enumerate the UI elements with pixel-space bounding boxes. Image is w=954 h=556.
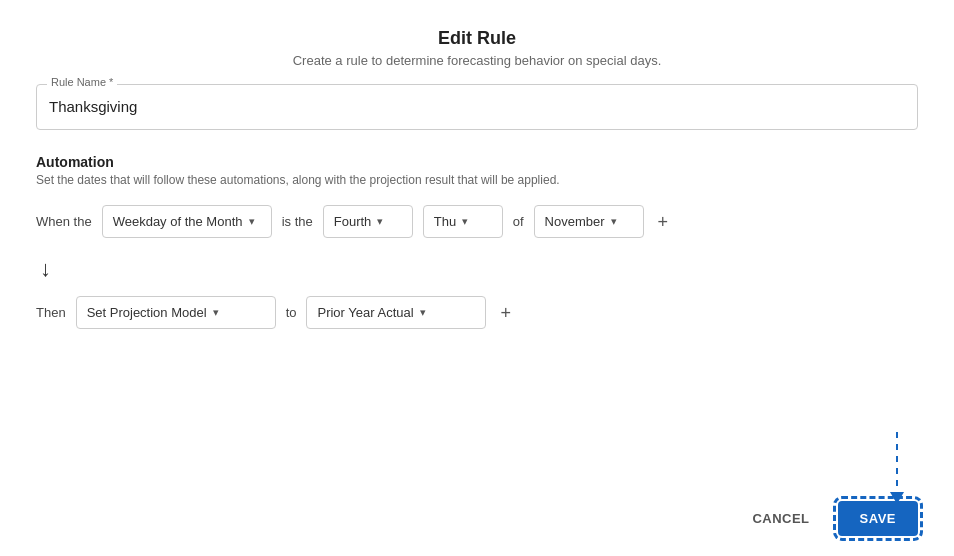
- november-dropdown[interactable]: November ▾: [534, 205, 644, 238]
- automation-subtitle: Set the dates that will follow these aut…: [36, 173, 918, 187]
- then-plus-button[interactable]: +: [496, 300, 515, 326]
- page-container: Edit Rule Create a rule to determine for…: [0, 0, 954, 556]
- rule-name-label: Rule Name *: [47, 76, 117, 88]
- then-label: Then: [36, 305, 66, 320]
- thu-dropdown[interactable]: Thu ▾: [423, 205, 503, 238]
- thu-chevron-icon: ▾: [462, 215, 468, 228]
- november-chevron-icon: ▾: [611, 215, 617, 228]
- is-the-label: is the: [282, 214, 313, 229]
- then-row: Then Set Projection Model ▾ to Prior Yea…: [36, 296, 918, 329]
- when-row: When the Weekday of the Month ▾ is the F…: [36, 205, 918, 238]
- november-dropdown-text: November: [545, 214, 605, 229]
- fourth-chevron-icon: ▾: [377, 215, 383, 228]
- thu-dropdown-text: Thu: [434, 214, 456, 229]
- dashed-line: [896, 432, 898, 492]
- page-title: Edit Rule: [36, 28, 918, 49]
- fourth-dropdown[interactable]: Fourth ▾: [323, 205, 413, 238]
- to-label: to: [286, 305, 297, 320]
- of-label: of: [513, 214, 524, 229]
- when-plus-button[interactable]: +: [654, 209, 673, 235]
- when-label: When the: [36, 214, 92, 229]
- rule-name-field[interactable]: Rule Name * Thanksgiving: [36, 84, 918, 130]
- projection-dropdown-text: Set Projection Model: [87, 305, 207, 320]
- rule-name-value: Thanksgiving: [49, 93, 905, 121]
- automation-title: Automation: [36, 154, 918, 170]
- weekday-chevron-icon: ▾: [249, 215, 255, 228]
- header: Edit Rule Create a rule to determine for…: [36, 28, 918, 68]
- page-subtitle: Create a rule to determine forecasting b…: [36, 53, 918, 68]
- weekday-dropdown-text: Weekday of the Month: [113, 214, 243, 229]
- rule-name-section: Rule Name * Thanksgiving: [36, 84, 918, 130]
- dashed-arrow-decoration: [890, 432, 904, 504]
- weekday-dropdown[interactable]: Weekday of the Month ▾: [102, 205, 272, 238]
- prior-dropdown-text: Prior Year Actual: [317, 305, 413, 320]
- cancel-button[interactable]: CANCEL: [740, 503, 821, 534]
- projection-dropdown[interactable]: Set Projection Model ▾: [76, 296, 276, 329]
- footer: CANCEL SAVE: [740, 501, 918, 536]
- down-arrow-icon: ↓: [40, 256, 51, 281]
- prior-chevron-icon: ▾: [420, 306, 426, 319]
- projection-chevron-icon: ▾: [213, 306, 219, 319]
- save-button[interactable]: SAVE: [838, 501, 918, 536]
- down-arrow-section: ↓: [36, 256, 918, 282]
- prior-dropdown[interactable]: Prior Year Actual ▾: [306, 296, 486, 329]
- automation-section: Automation Set the dates that will follo…: [36, 154, 918, 329]
- fourth-dropdown-text: Fourth: [334, 214, 372, 229]
